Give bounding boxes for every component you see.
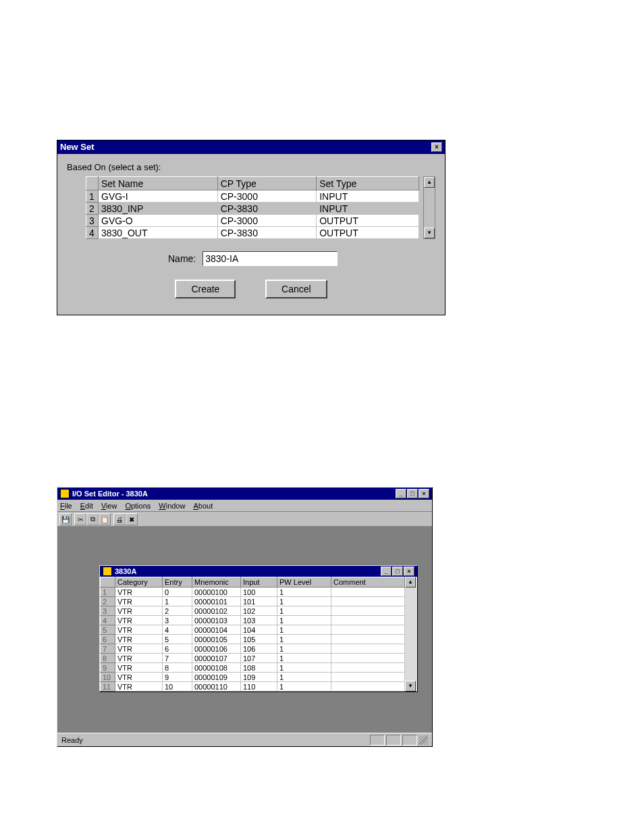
cell-input[interactable]: 110 <box>241 682 277 692</box>
cell-pwlevel[interactable]: 1 <box>277 625 331 635</box>
cell-comment[interactable] <box>331 644 405 654</box>
print-icon[interactable]: 🖨 <box>113 513 126 525</box>
cell-input[interactable]: 102 <box>241 606 277 616</box>
col-pwlevel[interactable]: PW Level <box>277 577 331 588</box>
cell-category[interactable]: VTR <box>115 616 163 625</box>
cell-category[interactable]: VTR <box>115 635 163 644</box>
cell-comment[interactable] <box>331 597 405 606</box>
paste-icon[interactable]: 📋 <box>99 513 111 525</box>
cancel-button[interactable]: Cancel <box>265 280 327 298</box>
cell-entry[interactable]: 5 <box>163 635 192 644</box>
grid-scrollbar[interactable]: ▲ ▼ <box>405 577 417 692</box>
cell-mnemonic[interactable]: 00000105 <box>192 635 241 644</box>
table-row[interactable]: 5VTR4000001041041 <box>101 625 405 635</box>
name-input[interactable] <box>203 251 338 266</box>
cell-cp-type[interactable]: CP-3000 <box>217 215 317 227</box>
cell-set-name[interactable]: GVG-I <box>99 190 218 203</box>
table-row[interactable]: 4VTR3000001031031 <box>101 616 405 625</box>
cell-set-type[interactable]: INPUT <box>317 190 419 203</box>
table-row[interactable]: 3GVG-OCP-3000OUTPUT <box>86 215 419 227</box>
cell-entry[interactable]: 9 <box>163 673 192 682</box>
col-set-type[interactable]: Set Type <box>317 177 419 190</box>
cell-category[interactable]: VTR <box>115 644 163 654</box>
cell-category[interactable]: VTR <box>115 654 163 663</box>
cell-category[interactable]: VTR <box>115 625 163 635</box>
minimize-icon[interactable]: _ <box>381 567 392 576</box>
cell-mnemonic[interactable]: 00000110 <box>192 682 241 692</box>
menu-window[interactable]: Window <box>159 500 185 511</box>
cell-category[interactable]: VTR <box>115 673 163 682</box>
scroll-down-icon[interactable]: ▼ <box>424 228 435 238</box>
cell-mnemonic[interactable]: 00000100 <box>192 588 241 597</box>
scroll-up-icon[interactable]: ▲ <box>405 577 416 588</box>
close-icon[interactable]: × <box>419 489 429 498</box>
cell-mnemonic[interactable]: 00000104 <box>192 625 241 635</box>
maximize-icon[interactable]: □ <box>392 567 403 576</box>
col-comment[interactable]: Comment <box>331 577 405 588</box>
cell-comment[interactable] <box>331 588 405 597</box>
menu-options[interactable]: Options <box>125 500 151 511</box>
cell-pwlevel[interactable]: 1 <box>277 654 331 663</box>
cell-pwlevel[interactable]: 1 <box>277 597 331 606</box>
menu-about[interactable]: About <box>193 500 213 511</box>
table-row[interactable]: 9VTR8000001081081 <box>101 663 405 673</box>
cell-set-name[interactable]: 3830_OUT <box>99 227 218 239</box>
cell-pwlevel[interactable]: 1 <box>277 588 331 597</box>
minimize-icon[interactable]: _ <box>396 489 406 498</box>
maximize-icon[interactable]: □ <box>407 489 418 498</box>
cell-entry[interactable]: 0 <box>163 588 192 597</box>
table-row[interactable]: 10VTR9000001091091 <box>101 673 405 682</box>
cell-pwlevel[interactable]: 1 <box>277 682 331 692</box>
cut-icon[interactable]: ✂ <box>74 513 86 525</box>
table-row[interactable]: 43830_OUTCP-3830OUTPUT <box>86 227 419 239</box>
col-cp-type[interactable]: CP Type <box>217 177 317 190</box>
cell-set-type[interactable]: INPUT <box>317 203 419 215</box>
table-row[interactable]: 2VTR1000001011011 <box>101 597 405 606</box>
table-row[interactable]: 11VTR10000001101101 <box>101 682 405 692</box>
cell-comment[interactable] <box>331 663 405 673</box>
close-icon[interactable]: × <box>404 567 414 576</box>
cell-entry[interactable]: 7 <box>163 654 192 663</box>
menu-edit[interactable]: Edit <box>80 500 93 511</box>
cell-category[interactable]: VTR <box>115 663 163 673</box>
cell-pwlevel[interactable]: 1 <box>277 673 331 682</box>
cell-entry[interactable]: 8 <box>163 663 192 673</box>
cell-entry[interactable]: 4 <box>163 625 192 635</box>
cell-mnemonic[interactable]: 00000102 <box>192 606 241 616</box>
menu-view[interactable]: View <box>101 500 117 511</box>
cell-mnemonic[interactable]: 00000103 <box>192 616 241 625</box>
cell-cp-type[interactable]: CP-3000 <box>217 190 317 203</box>
col-input[interactable]: Input <box>241 577 277 588</box>
col-entry[interactable]: Entry <box>163 577 192 588</box>
cell-cp-type[interactable]: CP-3830 <box>217 203 317 215</box>
cell-entry[interactable]: 10 <box>163 682 192 692</box>
menu-file[interactable]: File <box>60 500 72 511</box>
cell-pwlevel[interactable]: 1 <box>277 635 331 644</box>
cell-input[interactable]: 106 <box>241 644 277 654</box>
cell-set-name[interactable]: 3830_INP <box>99 203 218 215</box>
scroll-down-icon[interactable]: ▼ <box>405 681 416 692</box>
save-icon[interactable]: 💾 <box>59 513 72 525</box>
cell-category[interactable]: VTR <box>115 597 163 606</box>
cell-set-type[interactable]: OUTPUT <box>317 215 419 227</box>
col-set-name[interactable]: Set Name <box>99 177 218 190</box>
cell-pwlevel[interactable]: 1 <box>277 606 331 616</box>
cell-comment[interactable] <box>331 682 405 692</box>
cell-comment[interactable] <box>331 673 405 682</box>
cell-mnemonic[interactable]: 00000101 <box>192 597 241 606</box>
copy-icon[interactable]: ⧉ <box>86 513 99 525</box>
resize-grip-icon[interactable] <box>419 735 428 745</box>
cell-category[interactable]: VTR <box>115 606 163 616</box>
cell-category[interactable]: VTR <box>115 588 163 597</box>
cell-mnemonic[interactable]: 00000106 <box>192 644 241 654</box>
cell-input[interactable]: 105 <box>241 635 277 644</box>
cell-comment[interactable] <box>331 635 405 644</box>
cell-mnemonic[interactable]: 00000107 <box>192 654 241 663</box>
table-row[interactable]: 1GVG-ICP-3000INPUT <box>86 190 419 203</box>
cell-mnemonic[interactable]: 00000108 <box>192 663 241 673</box>
cell-entry[interactable]: 2 <box>163 606 192 616</box>
cell-set-name[interactable]: GVG-O <box>99 215 218 227</box>
set-table[interactable]: Set Name CP Type Set Type 1GVG-ICP-3000I… <box>86 176 419 239</box>
table-row[interactable]: 3VTR2000001021021 <box>101 606 405 616</box>
col-category[interactable]: Category <box>115 577 163 588</box>
